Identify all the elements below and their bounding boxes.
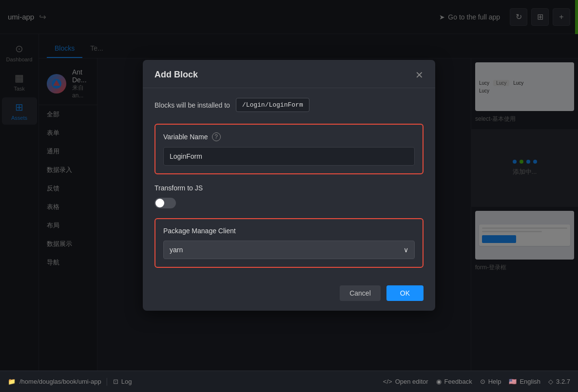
modal-body: Blocks will be installed to /Login/Login… [143,88,435,278]
status-bar-left: 📁 /home/douglas/book/umi-app │ ⊡ Log [8,378,375,385]
help-button[interactable]: ⊙ Help [480,378,501,385]
variable-name-label: Variable Name [163,133,208,141]
log-button[interactable]: ⊡ Log [113,378,132,385]
editor-icon: </> [383,378,392,385]
variable-name-input[interactable] [163,147,415,166]
modal-title: Add Block [154,70,198,80]
toggle-knob [155,199,164,207]
feedback-label: Feedback [444,378,472,385]
help-icon: ⊙ [480,378,485,385]
modal-close-button[interactable]: ✕ [415,70,424,80]
version-info: ◇ 3.2.7 [548,378,570,385]
question-mark: ? [214,133,218,140]
log-icon: ⊡ [113,378,118,385]
package-section: Package Manage Client yarn ∨ [154,218,424,268]
transform-label: Transform to JS [154,184,424,192]
install-path-value: /Login/LoginForm [236,98,309,112]
transform-section: Transform to JS [154,184,424,208]
modal-overlay[interactable]: Add Block ✕ Blocks will be installed to … [0,0,578,371]
install-path-row: Blocks will be installed to /Login/Login… [154,98,424,112]
folder-icon: 📁 [8,378,16,385]
current-path: /home/douglas/book/umi-app [19,378,101,385]
open-editor-button[interactable]: </> Open editor [383,378,428,385]
variable-name-help-icon[interactable]: ? [212,132,221,141]
modal-footer: Cancel OK [143,278,435,311]
status-bar: 📁 /home/douglas/book/umi-app │ ⊡ Log </>… [0,371,578,392]
version-icon: ◇ [548,378,553,385]
language-button[interactable]: 🇺🇸 English [509,378,540,385]
version-label: 3.2.7 [556,378,570,385]
feedback-icon: ◉ [436,378,442,385]
modal-header: Add Block ✕ [143,60,435,88]
chevron-down-icon: ∨ [404,246,408,254]
status-bar-right: </> Open editor ◉ Feedback ⊙ Help 🇺🇸 Eng… [383,378,570,385]
variable-name-section: Variable Name ? [154,124,424,174]
add-block-modal: Add Block ✕ Blocks will be installed to … [143,60,435,311]
variable-name-label-row: Variable Name ? [163,132,415,141]
package-select[interactable]: yarn ∨ [163,241,415,259]
install-path-label: Blocks will be installed to [154,101,230,109]
help-label: Help [488,378,501,385]
open-editor-label: Open editor [395,378,428,385]
transform-toggle[interactable] [154,198,176,208]
language-label: English [520,378,540,385]
flag-icon: 🇺🇸 [509,378,517,385]
cancel-button[interactable]: Cancel [340,285,381,301]
ok-button[interactable]: OK [386,285,424,301]
feedback-button[interactable]: ◉ Feedback [436,378,472,385]
package-value: yarn [170,246,183,254]
log-label: Log [121,378,132,385]
package-label: Package Manage Client [163,227,415,235]
